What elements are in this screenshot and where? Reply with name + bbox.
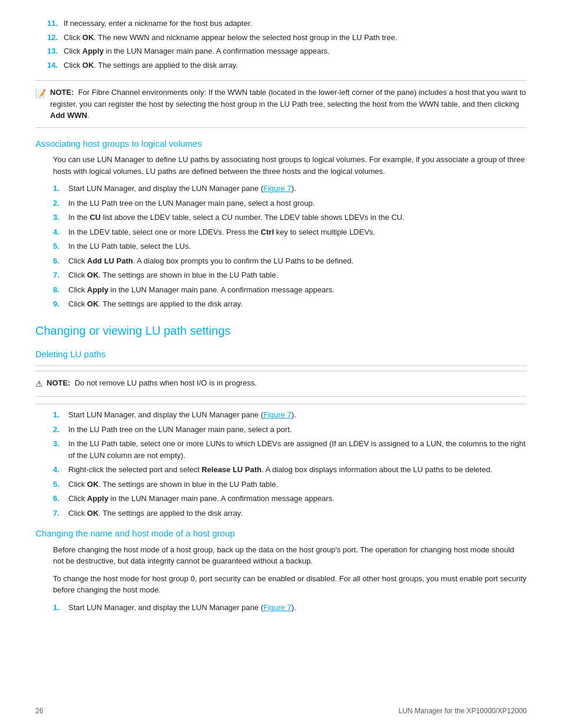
del-step-2: 2. In the LU Path tree on the LUN Manage… bbox=[53, 424, 527, 436]
step-12: 12. Click OK. The new WWN and nickname a… bbox=[47, 32, 527, 44]
footer-doc-title: LUN Manager for the XP10000/XP12000 bbox=[399, 706, 527, 716]
step-11: 11. If necessary, enter a nickname for t… bbox=[47, 18, 527, 29]
step-11-num: 11. bbox=[47, 18, 64, 29]
assoc-step-4: 4. In the LDEV table, select one or more… bbox=[53, 226, 527, 238]
step-11-text: If necessary, enter a nickname for the h… bbox=[64, 18, 527, 29]
figure7-link-1[interactable]: Figure 7 bbox=[263, 184, 292, 193]
caution-icon: ⚠ bbox=[35, 378, 43, 390]
step-14-text: Click OK. The settings are applied to th… bbox=[64, 60, 527, 71]
assoc-step-2: 2. In the LU Path tree on the LUN Manage… bbox=[53, 197, 527, 209]
name-host-step-1: 1. Start LUN Manager, and display the LU… bbox=[53, 602, 527, 614]
section-changing-or: Changing or viewing LU path settings bbox=[35, 322, 527, 340]
section-deleting-steps: 1. Start LUN Manager, and display the LU… bbox=[53, 409, 527, 519]
footer: 26 LUN Manager for the XP10000/XP12000 bbox=[35, 706, 527, 716]
top-steps-list: 11. If necessary, enter a nickname for t… bbox=[47, 18, 527, 71]
section-deleting: Deleting LU paths ⚠ NOTE: Do not remove … bbox=[35, 348, 527, 519]
section-name-host-para1: Before changing the host mode of a host … bbox=[53, 544, 527, 567]
section-name-host-heading: Changing the name and host mode of a hos… bbox=[35, 527, 527, 541]
note-top: 📝 NOTE: For Fibre Channel environments o… bbox=[35, 80, 527, 128]
assoc-step-5: 5. In the LU Path table, select the LUs. bbox=[53, 241, 527, 252]
section-assoc-heading: Associating host groups to logical volum… bbox=[35, 137, 527, 151]
divider-1 bbox=[35, 365, 527, 366]
section-assoc-steps: 1. Start LUN Manager, and display the LU… bbox=[53, 183, 527, 310]
step-13: 13. Click Apply in the LUN Manager main … bbox=[47, 45, 527, 57]
step-13-num: 13. bbox=[47, 45, 64, 57]
assoc-step-9: 9. Click OK. The settings are applied to… bbox=[53, 298, 527, 310]
divider-2 bbox=[35, 404, 527, 404]
assoc-step-1: 1. Start LUN Manager, and display the LU… bbox=[53, 183, 527, 195]
step-13-text: Click Apply in the LUN Manager main pane… bbox=[64, 45, 527, 57]
section-name-host-para2: To change the host mode for host group 0… bbox=[53, 573, 527, 596]
assoc-step-6: 6. Click Add LU Path. A dialog box promp… bbox=[53, 255, 527, 267]
step-12-text: Click OK. The new WWN and nickname appea… bbox=[64, 32, 527, 44]
note-caution-label: NOTE: bbox=[47, 378, 70, 387]
del-step-6: 6. Click Apply in the LUN Manager main p… bbox=[53, 493, 527, 505]
step-14: 14. Click OK. The settings are applied t… bbox=[47, 60, 527, 71]
assoc-step-8: 8. Click Apply in the LUN Manager main p… bbox=[53, 284, 527, 296]
note-icon: 📝 bbox=[35, 87, 47, 101]
note-top-content: NOTE: For Fibre Channel environments onl… bbox=[50, 87, 527, 121]
assoc-step-3: 3. In the CU list above the LDEV table, … bbox=[53, 212, 527, 223]
section-assoc: Associating host groups to logical volum… bbox=[35, 137, 527, 310]
step-14-num: 14. bbox=[47, 60, 64, 71]
del-step-5: 5. Click OK. The settings are shown in b… bbox=[53, 479, 527, 490]
del-step-4: 4. Right-click the selected port and sel… bbox=[53, 464, 527, 476]
section-name-host-steps: 1. Start LUN Manager, and display the LU… bbox=[53, 602, 527, 614]
footer-page-number: 26 bbox=[35, 706, 43, 716]
section-assoc-intro: You can use LUN Manager to define LU pat… bbox=[53, 154, 527, 177]
section-name-host: Changing the name and host mode of a hos… bbox=[35, 527, 527, 613]
del-step-1: 1. Start LUN Manager, and display the LU… bbox=[53, 409, 527, 421]
step-12-num: 12. bbox=[47, 32, 64, 44]
assoc-step-7: 7. Click OK. The settings are shown in b… bbox=[53, 269, 527, 281]
page: 11. If necessary, enter a nickname for t… bbox=[0, 0, 562, 728]
del-step-7: 7. Click OK. The settings are applied to… bbox=[53, 508, 527, 519]
figure7-link-3[interactable]: Figure 7 bbox=[263, 603, 292, 612]
del-step-3: 3. In the LU Path table, select one or m… bbox=[53, 438, 527, 461]
note-caution: ⚠ NOTE: Do not remove LU paths when host… bbox=[35, 371, 527, 397]
note-caution-content: NOTE: Do not remove LU paths when host I… bbox=[47, 377, 257, 389]
figure7-link-2[interactable]: Figure 7 bbox=[263, 410, 292, 419]
section-changing-or-heading: Changing or viewing LU path settings bbox=[35, 322, 527, 340]
note-top-label: NOTE: bbox=[50, 88, 74, 97]
section-deleting-heading: Deleting LU paths bbox=[35, 348, 527, 361]
